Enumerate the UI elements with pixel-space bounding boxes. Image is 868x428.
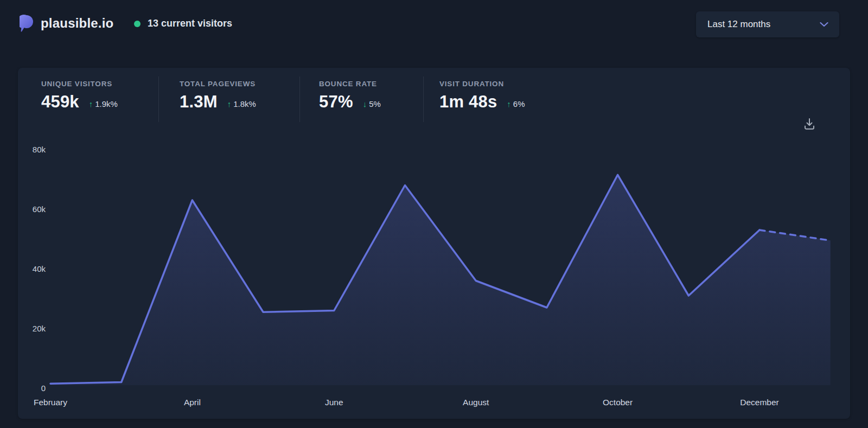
stat-label: UNIQUE VISITORS bbox=[41, 80, 158, 88]
chart-line-dashed bbox=[760, 230, 831, 240]
stat-change: ↓5% bbox=[363, 99, 381, 108]
x-axis-label: April bbox=[184, 398, 201, 407]
date-range-selector[interactable]: Last 12 months bbox=[696, 11, 839, 37]
stat-label: BOUNCE RATE bbox=[319, 80, 423, 88]
stat-value: 459k bbox=[41, 92, 79, 112]
stat-value: 1.3M bbox=[180, 92, 218, 112]
stat-change: ↑6% bbox=[507, 99, 525, 108]
site-name: plausible.io bbox=[41, 16, 113, 31]
chevron-down-icon bbox=[820, 22, 828, 27]
stats-row: UNIQUE VISITORS 459k ↑1.9k% TOTAL PAGEVI… bbox=[41, 76, 525, 122]
arrow-up-icon: ↑ bbox=[507, 99, 511, 108]
y-axis-label: 60k bbox=[33, 205, 46, 214]
y-axis-label: 0 bbox=[41, 384, 46, 393]
dashboard-card: UNIQUE VISITORS 459k ↑1.9k% TOTAL PAGEVI… bbox=[18, 68, 850, 419]
stat-value: 1m 48s bbox=[439, 92, 497, 112]
stat-change: ↑1.9k% bbox=[89, 99, 118, 108]
stat-change: ↑1.8k% bbox=[227, 99, 256, 108]
stat-value: 57% bbox=[319, 92, 353, 112]
arrow-up-icon: ↑ bbox=[227, 99, 232, 108]
live-dot-icon bbox=[134, 21, 141, 27]
chart-fill bbox=[50, 175, 831, 385]
top-nav: plausible.io 13 current visitors Last 12… bbox=[0, 0, 868, 52]
date-range-label: Last 12 months bbox=[707, 19, 770, 30]
y-axis-label: 40k bbox=[33, 264, 46, 273]
x-axis-label: December bbox=[740, 398, 779, 407]
arrow-down-icon: ↓ bbox=[363, 99, 367, 108]
x-axis-label: June bbox=[325, 398, 343, 407]
chart-line bbox=[50, 175, 760, 384]
stat-total-pageviews[interactable]: TOTAL PAGEVIEWS 1.3M ↑1.8k% bbox=[158, 76, 299, 122]
export-button[interactable] bbox=[801, 116, 818, 132]
stat-label: VISIT DURATION bbox=[439, 80, 525, 88]
x-axis-label: February bbox=[34, 398, 67, 407]
current-visitors[interactable]: 13 current visitors bbox=[134, 18, 232, 29]
x-axis-label: August bbox=[463, 398, 489, 407]
arrow-up-icon: ↑ bbox=[89, 99, 93, 108]
plausible-logo-icon bbox=[20, 15, 34, 32]
y-axis-label: 20k bbox=[33, 324, 46, 333]
stat-label: TOTAL PAGEVIEWS bbox=[180, 80, 299, 88]
current-visitors-label: 13 current visitors bbox=[148, 18, 232, 29]
stat-visit-duration[interactable]: VISIT DURATION 1m 48s ↑6% bbox=[423, 76, 525, 122]
x-axis-label: October bbox=[603, 398, 633, 407]
site-header[interactable]: plausible.io bbox=[20, 15, 113, 32]
download-icon bbox=[803, 117, 816, 131]
y-axis-label: 80k bbox=[33, 145, 46, 154]
stat-bounce-rate[interactable]: BOUNCE RATE 57% ↓5% bbox=[299, 76, 423, 122]
stat-unique-visitors[interactable]: UNIQUE VISITORS 459k ↑1.9k% bbox=[41, 76, 158, 122]
